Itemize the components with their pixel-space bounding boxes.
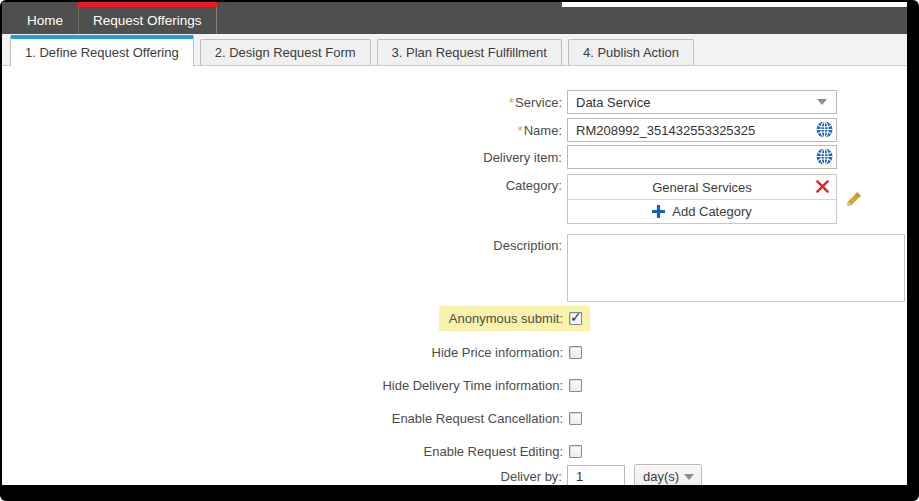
description-row: Description: xyxy=(2,234,907,302)
add-category-label: Add Category xyxy=(672,204,752,219)
category-label: Category: xyxy=(2,174,562,193)
hide-price-checkbox[interactable] xyxy=(569,346,582,359)
anonymous-submit-row: Anonymous submit: xyxy=(2,306,590,331)
service-label: *Service: xyxy=(2,95,562,110)
name-input[interactable] xyxy=(567,118,837,142)
delivery-item-label: Delivery item: xyxy=(2,150,562,165)
plus-icon xyxy=(652,205,665,218)
deliver-by-label: Deliver by: xyxy=(2,469,562,484)
tab-design-request-form[interactable]: 2. Design Request Form xyxy=(200,39,371,65)
nav-tab-request-offerings-label: Request Offerings xyxy=(93,13,202,28)
add-category-button[interactable]: Add Category xyxy=(568,199,836,223)
hide-delivery-time-checkbox[interactable] xyxy=(569,379,582,392)
remove-category-icon[interactable] xyxy=(815,179,830,194)
enable-editing-label: Enable Request Editing: xyxy=(424,444,563,459)
service-select-value: Data Service xyxy=(576,95,650,110)
anonymous-submit-highlight: Anonymous submit: xyxy=(439,306,590,331)
delivery-item-row: Delivery item: xyxy=(2,145,907,169)
enable-editing-row: Enable Request Editing: xyxy=(2,439,590,464)
app-window-frame: Home Request Offerings 1. Define Request… xyxy=(0,0,919,501)
enable-cancellation-checkbox[interactable] xyxy=(569,412,582,425)
delivery-item-input[interactable] xyxy=(567,145,837,169)
nav-tab-request-offerings[interactable]: Request Offerings xyxy=(78,2,217,34)
deliver-by-input[interactable] xyxy=(567,465,625,486)
nav-tab-home[interactable]: Home xyxy=(12,2,78,34)
category-list: General Services Add Category xyxy=(567,174,837,224)
name-label: *Name: xyxy=(2,123,562,138)
deliver-by-unit-value: day(s) xyxy=(643,469,679,484)
edit-pencil-icon[interactable] xyxy=(845,190,863,208)
define-request-offering-form: *Service: Data Service *Name: xyxy=(2,66,907,485)
hide-delivery-time-label: Hide Delivery Time information: xyxy=(382,378,563,393)
chevron-down-icon xyxy=(684,474,694,480)
app-window: Home Request Offerings 1. Define Request… xyxy=(2,2,907,485)
anonymous-submit-checkbox[interactable] xyxy=(569,312,582,325)
required-asterisk: * xyxy=(509,95,514,110)
globe-icon[interactable] xyxy=(816,148,833,165)
topbar-notch xyxy=(562,2,907,7)
enable-cancellation-row: Enable Request Cancellation: xyxy=(2,406,590,431)
description-textarea[interactable] xyxy=(567,234,905,302)
hide-price-label: Hide Price information: xyxy=(432,345,564,360)
nav-tab-home-label: Home xyxy=(27,13,63,28)
required-asterisk: * xyxy=(518,123,523,138)
service-row: *Service: Data Service xyxy=(2,90,907,114)
deliver-by-unit-select[interactable]: day(s) xyxy=(634,464,702,485)
description-label: Description: xyxy=(2,234,562,253)
chevron-down-icon xyxy=(817,99,827,105)
service-select[interactable]: Data Service xyxy=(567,90,837,114)
category-item-label: General Services xyxy=(652,180,752,195)
tab-publish-action[interactable]: 4. Publish Action xyxy=(568,39,694,65)
category-row: Category: General Services xyxy=(2,174,907,224)
enable-editing-checkbox[interactable] xyxy=(569,445,582,458)
tab-define-request-offering[interactable]: 1. Define Request Offering xyxy=(10,35,194,66)
tab-plan-request-fulfillment[interactable]: 3. Plan Request Fulfillment xyxy=(377,39,562,65)
wizard-tab-strip: 1. Define Request Offering 2. Design Req… xyxy=(2,34,907,66)
deliver-by-row: Deliver by: day(s) xyxy=(2,464,907,485)
category-item[interactable]: General Services xyxy=(568,175,836,199)
top-nav-bar: Home Request Offerings xyxy=(2,2,907,34)
hide-delivery-time-row: Hide Delivery Time information: xyxy=(2,373,590,398)
anonymous-submit-label: Anonymous submit: xyxy=(449,311,563,326)
enable-cancellation-label: Enable Request Cancellation: xyxy=(392,411,563,426)
hide-price-row: Hide Price information: xyxy=(2,340,590,365)
name-row: *Name: xyxy=(2,118,907,142)
globe-icon[interactable] xyxy=(816,121,833,138)
